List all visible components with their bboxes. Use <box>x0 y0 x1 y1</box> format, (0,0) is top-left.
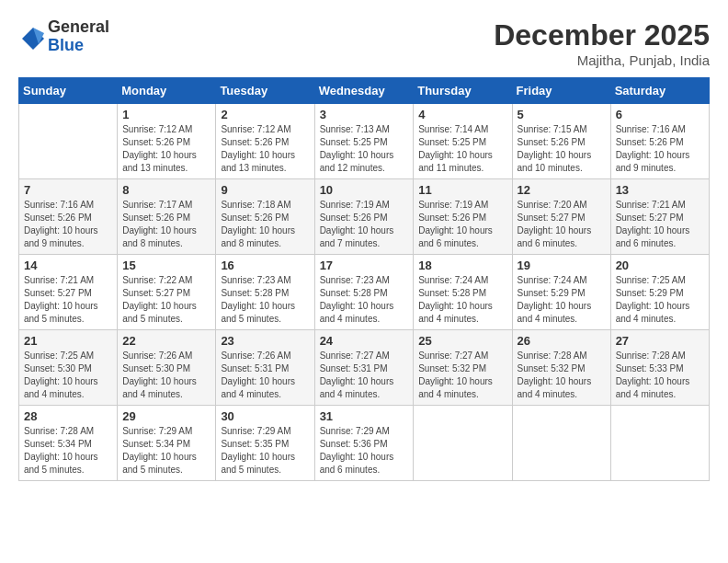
day-info: Sunrise: 7:24 AM Sunset: 5:29 PM Dayligh… <box>518 274 606 326</box>
day-info: Sunrise: 7:28 AM Sunset: 5:33 PM Dayligh… <box>616 350 704 401</box>
day-number: 5 <box>518 108 606 121</box>
day-number: 29 <box>122 409 210 423</box>
location: Majitha, Punjab, India <box>494 52 710 68</box>
day-info: Sunrise: 7:27 AM Sunset: 5:31 PM Dayligh… <box>320 350 409 401</box>
day-info: Sunrise: 7:29 AM Sunset: 5:35 PM Dayligh… <box>221 425 309 477</box>
day-info: Sunrise: 7:14 AM Sunset: 5:25 PM Dayligh… <box>418 123 506 175</box>
day-number: 30 <box>221 409 309 423</box>
day-info: Sunrise: 7:22 AM Sunset: 5:27 PM Dayligh… <box>122 274 210 326</box>
day-number: 16 <box>221 259 309 272</box>
calendar-cell: 30Sunrise: 7:29 AM Sunset: 5:35 PM Dayli… <box>216 406 314 481</box>
day-number: 15 <box>122 259 210 272</box>
calendar-cell: 8Sunrise: 7:17 AM Sunset: 5:26 PM Daylig… <box>118 179 216 255</box>
day-info: Sunrise: 7:25 AM Sunset: 5:30 PM Dayligh… <box>24 350 112 401</box>
calendar-cell: 5Sunrise: 7:15 AM Sunset: 5:26 PM Daylig… <box>512 104 610 179</box>
calendar-cell: 19Sunrise: 7:24 AM Sunset: 5:29 PM Dayli… <box>512 255 610 330</box>
day-number: 12 <box>518 183 606 197</box>
day-info: Sunrise: 7:25 AM Sunset: 5:29 PM Dayligh… <box>616 274 704 326</box>
calendar-week-row: 28Sunrise: 7:28 AM Sunset: 5:34 PM Dayli… <box>19 406 710 481</box>
calendar-week-row: 21Sunrise: 7:25 AM Sunset: 5:30 PM Dayli… <box>19 330 710 406</box>
day-number: 20 <box>616 259 704 272</box>
day-info: Sunrise: 7:21 AM Sunset: 5:27 PM Dayligh… <box>616 199 704 250</box>
calendar-cell: 15Sunrise: 7:22 AM Sunset: 5:27 PM Dayli… <box>118 255 216 330</box>
calendar-cell: 27Sunrise: 7:28 AM Sunset: 5:33 PM Dayli… <box>610 330 709 406</box>
weekday-header: Thursday <box>414 78 512 104</box>
calendar-cell: 3Sunrise: 7:13 AM Sunset: 5:25 PM Daylig… <box>314 104 414 179</box>
weekday-header: Wednesday <box>314 78 414 104</box>
day-info: Sunrise: 7:20 AM Sunset: 5:27 PM Dayligh… <box>518 199 606 250</box>
day-number: 2 <box>221 108 309 121</box>
calendar-cell: 22Sunrise: 7:26 AM Sunset: 5:30 PM Dayli… <box>118 330 216 406</box>
day-info: Sunrise: 7:23 AM Sunset: 5:28 PM Dayligh… <box>320 274 409 326</box>
day-number: 14 <box>24 259 112 272</box>
calendar-week-row: 1Sunrise: 7:12 AM Sunset: 5:26 PM Daylig… <box>19 104 710 179</box>
day-number: 22 <box>122 334 210 348</box>
logo-icon <box>18 24 44 50</box>
day-number: 10 <box>320 183 409 197</box>
calendar-cell: 17Sunrise: 7:23 AM Sunset: 5:28 PM Dayli… <box>314 255 414 330</box>
calendar-week-row: 7Sunrise: 7:16 AM Sunset: 5:26 PM Daylig… <box>19 179 710 255</box>
calendar-cell: 10Sunrise: 7:19 AM Sunset: 5:26 PM Dayli… <box>314 179 414 255</box>
calendar-cell: 18Sunrise: 7:24 AM Sunset: 5:28 PM Dayli… <box>414 255 512 330</box>
day-info: Sunrise: 7:26 AM Sunset: 5:31 PM Dayligh… <box>221 350 309 401</box>
calendar-cell: 7Sunrise: 7:16 AM Sunset: 5:26 PM Daylig… <box>19 179 118 255</box>
calendar-cell: 14Sunrise: 7:21 AM Sunset: 5:27 PM Dayli… <box>19 255 118 330</box>
day-info: Sunrise: 7:15 AM Sunset: 5:26 PM Dayligh… <box>518 123 606 175</box>
calendar-cell <box>610 406 709 481</box>
calendar-cell: 28Sunrise: 7:28 AM Sunset: 5:34 PM Dayli… <box>19 406 118 481</box>
day-number: 7 <box>24 183 112 197</box>
day-info: Sunrise: 7:21 AM Sunset: 5:27 PM Dayligh… <box>24 274 112 326</box>
day-info: Sunrise: 7:28 AM Sunset: 5:34 PM Dayligh… <box>24 425 112 477</box>
calendar-cell: 2Sunrise: 7:12 AM Sunset: 5:26 PM Daylig… <box>216 104 314 179</box>
calendar-cell: 26Sunrise: 7:28 AM Sunset: 5:32 PM Dayli… <box>512 330 610 406</box>
day-number: 25 <box>418 334 506 348</box>
calendar-cell <box>414 406 512 481</box>
day-info: Sunrise: 7:19 AM Sunset: 5:26 PM Dayligh… <box>320 199 409 250</box>
day-number: 27 <box>616 334 704 348</box>
calendar-cell: 21Sunrise: 7:25 AM Sunset: 5:30 PM Dayli… <box>19 330 118 406</box>
day-number: 13 <box>616 183 704 197</box>
day-number: 9 <box>221 183 309 197</box>
day-number: 4 <box>418 108 506 121</box>
calendar-cell: 25Sunrise: 7:27 AM Sunset: 5:32 PM Dayli… <box>414 330 512 406</box>
calendar-cell: 4Sunrise: 7:14 AM Sunset: 5:25 PM Daylig… <box>414 104 512 179</box>
page-header: General Blue December 2025 Majitha, Punj… <box>18 18 710 68</box>
calendar-table: SundayMondayTuesdayWednesdayThursdayFrid… <box>18 77 710 481</box>
title-area: December 2025 Majitha, Punjab, India <box>494 18 710 68</box>
logo-general: General <box>48 18 109 37</box>
weekday-header: Monday <box>118 78 216 104</box>
day-info: Sunrise: 7:12 AM Sunset: 5:26 PM Dayligh… <box>221 123 309 175</box>
day-number: 1 <box>122 108 210 121</box>
day-info: Sunrise: 7:27 AM Sunset: 5:32 PM Dayligh… <box>418 350 506 401</box>
day-info: Sunrise: 7:29 AM Sunset: 5:36 PM Dayligh… <box>320 425 409 477</box>
day-info: Sunrise: 7:12 AM Sunset: 5:26 PM Dayligh… <box>122 123 210 175</box>
day-number: 11 <box>418 183 506 197</box>
weekday-header: Saturday <box>610 78 709 104</box>
day-info: Sunrise: 7:16 AM Sunset: 5:26 PM Dayligh… <box>616 123 704 175</box>
day-number: 31 <box>320 409 409 423</box>
calendar-cell: 11Sunrise: 7:19 AM Sunset: 5:26 PM Dayli… <box>414 179 512 255</box>
day-number: 26 <box>518 334 606 348</box>
calendar-cell: 20Sunrise: 7:25 AM Sunset: 5:29 PM Dayli… <box>610 255 709 330</box>
calendar-cell: 12Sunrise: 7:20 AM Sunset: 5:27 PM Dayli… <box>512 179 610 255</box>
weekday-header: Tuesday <box>216 78 314 104</box>
day-number: 8 <box>122 183 210 197</box>
day-info: Sunrise: 7:24 AM Sunset: 5:28 PM Dayligh… <box>418 274 506 326</box>
calendar-week-row: 14Sunrise: 7:21 AM Sunset: 5:27 PM Dayli… <box>19 255 710 330</box>
month-title: December 2025 <box>494 18 710 52</box>
day-number: 18 <box>418 259 506 272</box>
calendar-cell: 24Sunrise: 7:27 AM Sunset: 5:31 PM Dayli… <box>314 330 414 406</box>
calendar-cell: 6Sunrise: 7:16 AM Sunset: 5:26 PM Daylig… <box>610 104 709 179</box>
day-number: 6 <box>616 108 704 121</box>
calendar-cell: 23Sunrise: 7:26 AM Sunset: 5:31 PM Dayli… <box>216 330 314 406</box>
calendar-cell <box>19 104 118 179</box>
day-info: Sunrise: 7:23 AM Sunset: 5:28 PM Dayligh… <box>221 274 309 326</box>
day-info: Sunrise: 7:28 AM Sunset: 5:32 PM Dayligh… <box>518 350 606 401</box>
day-info: Sunrise: 7:16 AM Sunset: 5:26 PM Dayligh… <box>24 199 112 250</box>
calendar-cell: 16Sunrise: 7:23 AM Sunset: 5:28 PM Dayli… <box>216 255 314 330</box>
day-info: Sunrise: 7:17 AM Sunset: 5:26 PM Dayligh… <box>122 199 210 250</box>
day-info: Sunrise: 7:13 AM Sunset: 5:25 PM Dayligh… <box>320 123 409 175</box>
day-number: 17 <box>320 259 409 272</box>
calendar-cell: 9Sunrise: 7:18 AM Sunset: 5:26 PM Daylig… <box>216 179 314 255</box>
calendar-cell: 13Sunrise: 7:21 AM Sunset: 5:27 PM Dayli… <box>610 179 709 255</box>
